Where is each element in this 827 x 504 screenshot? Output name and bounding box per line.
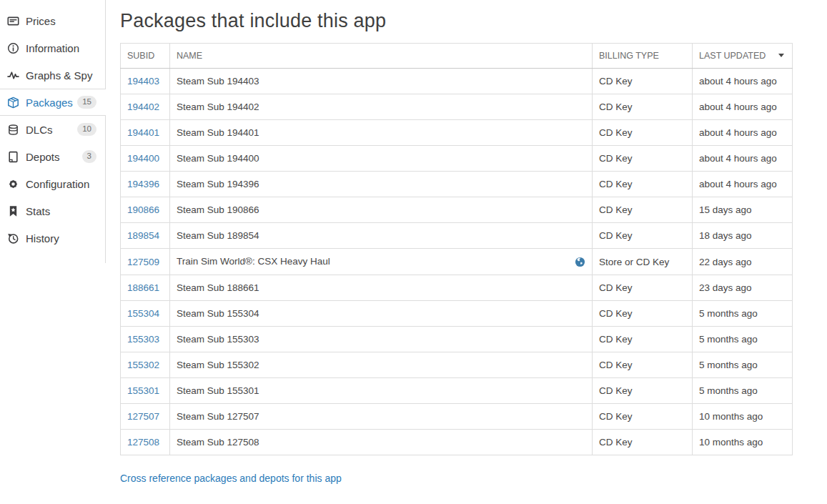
package-name: Steam Sub 194396 — [177, 179, 259, 189]
package-row: 127509Train Sim World®: CSX Heavy HaulSt… — [121, 249, 793, 275]
sidebar-item-label: Information — [26, 42, 79, 54]
package-row: 127508Steam Sub 127508CD Key10 months ag… — [121, 430, 793, 455]
depots-icon — [7, 151, 19, 163]
package-name: Steam Sub 194401 — [177, 127, 259, 138]
billing-type-cell: CD Key — [593, 172, 693, 197]
sidebar-item-configuration[interactable]: Configuration — [0, 170, 106, 197]
column-header-last-updated[interactable]: LAST UPDATED — [693, 44, 793, 69]
sidebar-item-history[interactable]: History — [0, 224, 106, 252]
package-row: 194402Steam Sub 194402CD Keyabout 4 hour… — [121, 94, 793, 120]
sidebar-item-label: Stats — [26, 205, 50, 217]
column-header-billing-type[interactable]: BILLING TYPE — [593, 44, 693, 69]
last-updated-cell: 5 months ago — [693, 327, 793, 352]
packages-icon — [7, 97, 19, 109]
subid-link[interactable]: 194401 — [127, 127, 159, 138]
prices-icon — [7, 15, 19, 27]
subid-link[interactable]: 194403 — [127, 76, 159, 87]
column-header-subid[interactable]: SUBID — [121, 44, 170, 69]
package-row: 155302Steam Sub 155302CD Key5 months ago — [121, 352, 793, 378]
billing-type-cell: CD Key — [593, 120, 693, 146]
package-name: Steam Sub 188661 — [177, 282, 259, 293]
billing-type-cell: CD Key — [593, 430, 693, 455]
cross-reference-link[interactable]: Cross reference packages and depots for … — [120, 473, 342, 484]
subid-link[interactable]: 194400 — [127, 153, 159, 164]
package-name: Steam Sub 155302 — [177, 360, 259, 370]
sidebar-item-label: Configuration — [26, 178, 89, 190]
subid-link[interactable]: 155302 — [127, 360, 159, 370]
package-row: 194396Steam Sub 194396CD Keyabout 4 hour… — [121, 172, 793, 197]
count-badge: 15 — [77, 96, 96, 109]
package-name: Steam Sub 127508 — [177, 437, 259, 448]
sidebar-item-graphs-spy[interactable]: Graphs & Spy — [0, 61, 106, 89]
last-updated-cell: 22 days ago — [693, 249, 793, 275]
billing-type-cell: CD Key — [593, 275, 693, 301]
subid-link[interactable]: 189854 — [127, 230, 159, 241]
sidebar-item-label: Prices — [26, 15, 56, 27]
last-updated-cell: 15 days ago — [693, 197, 793, 223]
subid-link[interactable]: 155304 — [127, 308, 159, 319]
subid-link[interactable]: 127507 — [127, 411, 159, 422]
sidebar-nav: PricesInformationGraphs & SpyPackages15D… — [0, 7, 106, 252]
main-content: Packages that include this app SUBID NAM… — [120, 0, 793, 485]
package-name: Steam Sub 155301 — [177, 385, 259, 396]
graphs-spy-icon — [7, 69, 19, 81]
package-name: Steam Sub 127507 — [177, 411, 259, 422]
sidebar-item-label: Packages — [26, 97, 73, 109]
package-name: Steam Sub 155303 — [177, 334, 259, 345]
last-updated-cell: 10 months ago — [693, 430, 793, 455]
packages-table: SUBID NAME BILLING TYPE LAST UPDATED 194… — [120, 43, 793, 455]
sidebar-item-label: History — [26, 232, 59, 244]
subid-link[interactable]: 155301 — [127, 385, 159, 396]
sidebar-item-label: Graphs & Spy — [26, 69, 92, 81]
information-icon — [7, 42, 19, 54]
last-updated-cell: about 4 hours ago — [693, 69, 793, 94]
package-row: 155304Steam Sub 155304CD Key5 months ago — [121, 301, 793, 327]
billing-type-cell: CD Key — [593, 378, 693, 404]
table-header: SUBID NAME BILLING TYPE LAST UPDATED — [121, 44, 793, 69]
package-row: 194403Steam Sub 194403CD Keyabout 4 hour… — [121, 69, 793, 94]
last-updated-cell: about 4 hours ago — [693, 120, 793, 146]
billing-type-cell: CD Key — [593, 404, 693, 430]
table-body: 194403Steam Sub 194403CD Keyabout 4 hour… — [121, 69, 793, 455]
sidebar-item-dlcs[interactable]: DLCs10 — [0, 116, 106, 143]
subid-link[interactable]: 190866 — [127, 204, 159, 215]
subid-link[interactable]: 127508 — [127, 437, 159, 448]
billing-type-cell: CD Key — [593, 301, 693, 327]
subid-link[interactable]: 127509 — [127, 257, 159, 267]
sidebar-item-depots[interactable]: Depots3 — [0, 143, 106, 170]
billing-type-cell: Store or CD Key — [593, 249, 693, 275]
sidebar-item-packages[interactable]: Packages15 — [0, 89, 106, 116]
package-name: Steam Sub 194400 — [177, 153, 259, 164]
last-updated-cell: 5 months ago — [693, 352, 793, 378]
package-row: 194400Steam Sub 194400CD Keyabout 4 hour… — [121, 146, 793, 172]
billing-type-cell: CD Key — [593, 146, 693, 172]
sidebar-item-prices[interactable]: Prices — [0, 7, 106, 34]
subid-link[interactable]: 188661 — [127, 282, 159, 293]
package-name: Steam Sub 194402 — [177, 102, 259, 112]
globe-icon[interactable] — [575, 257, 585, 267]
last-updated-cell: about 4 hours ago — [693, 172, 793, 197]
subid-link[interactable]: 194396 — [127, 179, 159, 189]
subid-link[interactable]: 155303 — [127, 334, 159, 345]
package-name: Steam Sub 194403 — [177, 76, 259, 87]
last-updated-cell: 10 months ago — [693, 404, 793, 430]
column-header-name[interactable]: NAME — [170, 44, 593, 69]
column-header-label: LAST UPDATED — [699, 51, 766, 61]
sidebar-item-stats[interactable]: Stats — [0, 197, 106, 224]
history-icon — [7, 232, 19, 244]
dlcs-icon — [7, 124, 19, 136]
sort-desc-icon[interactable] — [778, 54, 784, 57]
stats-icon — [7, 205, 19, 217]
package-name: Steam Sub 189854 — [177, 230, 259, 241]
subid-link[interactable]: 194402 — [127, 102, 159, 112]
sidebar: PricesInformationGraphs & SpyPackages15D… — [0, 0, 106, 252]
package-name: Train Sim World®: CSX Heavy Haul — [177, 256, 330, 267]
package-row: 189854Steam Sub 189854CD Key18 days ago — [121, 223, 793, 249]
billing-type-cell: CD Key — [593, 69, 693, 94]
package-row: 188661Steam Sub 188661CD Key23 days ago — [121, 275, 793, 301]
last-updated-cell: 18 days ago — [693, 223, 793, 249]
package-row: 155303Steam Sub 155303CD Key5 months ago — [121, 327, 793, 352]
package-row: 155301Steam Sub 155301CD Key5 months ago — [121, 378, 793, 404]
billing-type-cell: CD Key — [593, 223, 693, 249]
sidebar-item-information[interactable]: Information — [0, 34, 106, 61]
